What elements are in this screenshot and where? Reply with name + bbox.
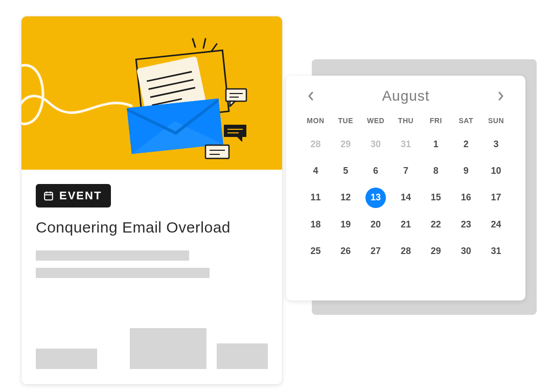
- placeholder-block: [36, 349, 97, 369]
- prev-month-button[interactable]: [303, 88, 319, 104]
- calendar-day[interactable]: 18: [305, 214, 326, 235]
- calendar-day[interactable]: 25: [305, 241, 326, 261]
- calendar-day[interactable]: 10: [486, 160, 507, 181]
- calendar-icon: [43, 190, 54, 201]
- calendar-day[interactable]: 11: [305, 188, 326, 208]
- event-footer-placeholders: [36, 328, 268, 369]
- calendar-dow: FRI: [430, 117, 442, 125]
- calendar-dow: MON: [307, 117, 324, 125]
- event-title: Conquering Email Overload: [36, 219, 268, 236]
- event-card: EVENT Conquering Email Overload: [21, 16, 282, 384]
- calendar-day[interactable]: 19: [335, 214, 356, 235]
- calendar-day[interactable]: 22: [426, 214, 446, 235]
- calendar-dow: WED: [367, 117, 384, 125]
- svg-rect-9: [226, 89, 246, 101]
- calendar-day[interactable]: 13: [365, 188, 386, 208]
- calendar-dow: TUE: [338, 117, 354, 125]
- event-badge-label: EVENT: [59, 189, 102, 202]
- svg-rect-15: [205, 145, 229, 158]
- svg-rect-18: [44, 193, 53, 200]
- calendar-day[interactable]: 16: [456, 188, 476, 208]
- calendar-grid: MONTUEWEDTHUFRISATSUN2829303112345678910…: [301, 110, 511, 291]
- calendar-day[interactable]: 4: [305, 160, 326, 181]
- calendar-day[interactable]: 15: [426, 188, 446, 208]
- calendar-day[interactable]: 30: [456, 241, 476, 261]
- calendar-day[interactable]: 29: [335, 134, 356, 154]
- calendar-dow: SUN: [488, 117, 504, 125]
- calendar-day[interactable]: 6: [365, 160, 386, 181]
- calendar-day[interactable]: 3: [486, 134, 507, 154]
- chevron-right-icon: [497, 91, 504, 101]
- svg-line-7: [203, 39, 205, 48]
- calendar-day[interactable]: 20: [365, 214, 386, 235]
- calendar-dow: THU: [398, 117, 413, 125]
- calendar-day[interactable]: 12: [335, 188, 356, 208]
- calendar-day[interactable]: 2: [456, 134, 476, 154]
- calendar-day[interactable]: 21: [396, 214, 416, 235]
- calendar-day[interactable]: 30: [365, 134, 386, 154]
- calendar-day[interactable]: 9: [456, 160, 476, 181]
- svg-line-6: [193, 39, 195, 47]
- calendar-day[interactable]: 7: [396, 160, 416, 181]
- placeholder-block: [217, 343, 268, 369]
- calendar-card: August MONTUEWEDTHUFRISATSUN282930311234…: [286, 76, 525, 301]
- envelope-illustration: [21, 16, 282, 170]
- calendar-day[interactable]: 1: [426, 134, 446, 154]
- next-month-button[interactable]: [493, 88, 509, 104]
- calendar-day[interactable]: 29: [426, 241, 446, 261]
- event-hero-illustration: [21, 16, 282, 170]
- event-badge: EVENT: [36, 184, 111, 207]
- calendar-day[interactable]: 23: [456, 214, 476, 235]
- calendar-day[interactable]: 26: [335, 241, 356, 261]
- calendar-day[interactable]: 5: [335, 160, 356, 181]
- calendar-day[interactable]: 8: [426, 160, 446, 181]
- svg-line-8: [212, 44, 217, 51]
- calendar-day[interactable]: 14: [396, 188, 416, 208]
- calendar-day[interactable]: 17: [486, 188, 507, 208]
- calendar-header: August: [301, 88, 511, 107]
- placeholder-line: [36, 250, 189, 261]
- placeholder-block: [130, 328, 206, 369]
- calendar-month-label: August: [382, 88, 429, 104]
- calendar-day[interactable]: 27: [365, 241, 386, 261]
- calendar-day[interactable]: 24: [486, 214, 507, 235]
- calendar-day[interactable]: 28: [396, 241, 416, 261]
- chevron-left-icon: [307, 91, 314, 101]
- calendar-day[interactable]: 31: [396, 134, 416, 154]
- calendar-day[interactable]: 28: [305, 134, 326, 154]
- svg-rect-12: [224, 125, 246, 137]
- calendar-dow: SAT: [458, 117, 473, 125]
- calendar-day[interactable]: 31: [486, 241, 507, 261]
- event-description-placeholder: [36, 250, 268, 278]
- placeholder-line: [36, 268, 210, 278]
